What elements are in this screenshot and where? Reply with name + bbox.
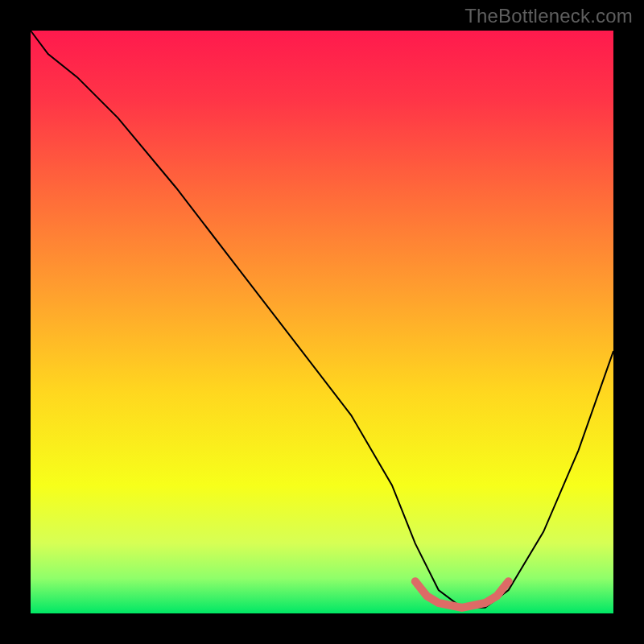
watermark-text: TheBottleneck.com <box>464 5 633 27</box>
chart-svg <box>0 0 644 644</box>
bottleneck-chart: TheBottleneck.com <box>0 0 644 644</box>
